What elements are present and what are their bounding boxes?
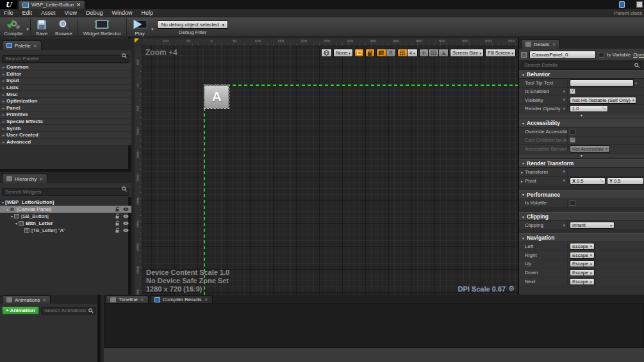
tree-row-bttn-letter[interactable]: ▾ Bttn_Letter (0, 220, 131, 227)
palette-category-misc[interactable]: ▸Misc (0, 91, 131, 98)
visibility-dropdown[interactable]: Not Hit-Testable (Self Only)▾ (570, 97, 636, 104)
nav-left-dropdown[interactable]: Escape▾ (570, 243, 595, 250)
add-animation-button[interactable]: + Animation (2, 306, 39, 315)
section-navigation[interactable]: ▾ Navigation (519, 233, 644, 242)
debug-object-dropdown[interactable]: No debug object selected ▾ (157, 21, 227, 29)
tab-palette[interactable]: Palette ✕ (2, 40, 42, 50)
palette-category-user-created[interactable]: ▸User Created (0, 132, 131, 139)
eye-icon[interactable] (123, 206, 129, 212)
eye-icon[interactable] (123, 213, 129, 219)
menu-view[interactable]: View (65, 10, 77, 16)
document-tab[interactable]: WBP_LetterButton ✕ (18, 0, 85, 9)
palette-category-primitive[interactable]: ▸Primitive (0, 111, 131, 119)
tab-details[interactable]: Details ✕ (521, 39, 560, 49)
zoom-to-fit-button[interactable]: ✛ (419, 49, 429, 57)
lock-icon[interactable] (115, 206, 120, 212)
canvas-viewport[interactable]: Zoom +4 None ▾ R 4 (142, 46, 518, 295)
section-accessibility[interactable]: ▾ Accessibility (519, 119, 644, 128)
bind-dropdown-icon[interactable]: ▾ (563, 178, 565, 183)
widget-reflector-button[interactable]: Widget Reflector (79, 17, 125, 37)
browse-button[interactable]: Browse (51, 17, 76, 37)
section-clipping[interactable]: ▾ Clipping (519, 212, 644, 221)
palette-category-input[interactable]: ▸Input (0, 78, 131, 85)
compile-options-caret-icon[interactable]: ▾ (26, 27, 29, 32)
tooltip-text-field[interactable] (570, 79, 634, 86)
flip-preview-button[interactable]: ◮ (439, 49, 449, 57)
tab-compiler-results[interactable]: Compiler Results ✕ (150, 295, 213, 303)
preview-flag-dropdown[interactable]: None ▾ (333, 49, 352, 57)
menu-asset[interactable]: Asset (41, 10, 56, 16)
eye-icon[interactable] (123, 220, 129, 226)
respect-locks-toggle[interactable] (365, 49, 375, 57)
hierarchy-search-input[interactable] (2, 188, 129, 196)
open-link[interactable]: Open C (633, 52, 644, 58)
palette-category-panel[interactable]: ▸Panel (0, 105, 131, 112)
palette-category-editor[interactable]: ▸Editor (0, 71, 131, 78)
tree-row-root[interactable]: ▾ [WBP_LetterButton] (0, 199, 131, 206)
eye-icon[interactable] (123, 227, 129, 233)
palette-category-advanced[interactable]: ▸Advanced (0, 139, 131, 146)
grid-snap-toggle[interactable] (397, 49, 408, 57)
close-icon[interactable]: ✕ (76, 3, 81, 7)
menu-edit[interactable]: Edit (22, 10, 33, 16)
lock-icon[interactable] (115, 220, 120, 226)
grid-snap-size-dropdown[interactable]: 4 ▾ (408, 49, 418, 57)
bind-dropdown-icon[interactable]: ▾ (563, 223, 565, 228)
menu-window[interactable]: Window (111, 10, 132, 16)
letter-button-widget[interactable]: A (204, 85, 229, 108)
close-icon[interactable]: ✕ (43, 298, 47, 302)
tab-timeline[interactable]: Timeline ✕ (106, 295, 149, 303)
localization-preview-button[interactable] (321, 49, 332, 57)
layout-transform-toggle[interactable] (376, 49, 386, 57)
nav-up-dropdown[interactable]: Escape▾ (570, 260, 595, 267)
accessibility-expander[interactable]: ▼ (519, 154, 644, 159)
gear-icon[interactable]: ⚙ (508, 284, 515, 293)
bind-caret-icon[interactable]: ▾ (635, 81, 637, 85)
is-variable-checkbox[interactable] (599, 52, 604, 58)
section-behavior[interactable]: ▾ Behavior (519, 70, 644, 79)
tree-row-sb-button[interactable]: ▾ [SB_Button] (0, 213, 131, 220)
preview-background-button[interactable] (429, 49, 439, 57)
close-icon[interactable]: ✕ (140, 297, 144, 302)
is-enabled-checkbox[interactable] (570, 88, 575, 94)
menu-debug[interactable]: Debug (86, 10, 103, 16)
timeline-content[interactable] (104, 303, 644, 348)
palette-category-synth[interactable]: ▸Synth (0, 125, 131, 132)
bind-dropdown-icon[interactable]: ▾ (563, 106, 565, 111)
close-icon[interactable]: ✕ (33, 44, 37, 48)
palette-category-special-effects[interactable]: ▸Special Effects (0, 119, 131, 126)
caret-down-icon[interactable]: ▾ (6, 207, 8, 211)
tab-animations[interactable]: Animations ✕ (2, 295, 51, 304)
close-icon[interactable]: ✕ (39, 177, 43, 181)
fill-screen-dropdown[interactable]: Fill Screen ▾ (485, 49, 516, 57)
menu-file[interactable]: File (4, 10, 13, 16)
caret-down-icon[interactable]: ▾ (11, 214, 13, 218)
is-volatile-checkbox[interactable] (570, 200, 575, 206)
caret-right-icon[interactable]: ▸ (521, 170, 523, 174)
lock-icon[interactable] (115, 227, 120, 233)
caret-right-icon[interactable]: ▸ (521, 179, 523, 183)
nav-right-dropdown[interactable]: Escape▾ (570, 252, 595, 259)
screen-size-dropdown[interactable]: Screen Size ▾ (450, 49, 484, 57)
clipping-dropdown[interactable]: Inherit▾ (570, 222, 615, 229)
palette-search-input[interactable] (2, 55, 129, 63)
play-button[interactable]: Play (128, 17, 151, 37)
close-icon[interactable]: ✕ (204, 297, 208, 302)
tree-row-tb-letter[interactable]: T [TB_Letter] "A" (0, 227, 131, 234)
pivot-y-spinbox[interactable]: Y 0.5 (607, 177, 644, 185)
bind-dropdown-icon[interactable]: ▾ (563, 97, 565, 103)
caret-down-icon[interactable]: ▾ (2, 200, 4, 204)
details-search-input[interactable] (521, 62, 642, 69)
palette-category-common[interactable]: ▸Common (0, 64, 131, 71)
compile-button[interactable]: Compile (0, 17, 26, 37)
nav-down-dropdown[interactable]: Escape▾ (570, 269, 595, 276)
pivot-x-spinbox[interactable]: X 0.5⤡ (570, 177, 606, 185)
show-outlines-toggle[interactable] (354, 49, 364, 57)
palette-category-lists[interactable]: ▸Lists (0, 85, 131, 92)
animations-search-input[interactable] (41, 307, 95, 315)
menu-help[interactable]: Help (141, 10, 153, 16)
render-transform-toggle[interactable]: R (386, 49, 396, 57)
bind-dropdown-icon[interactable]: ▾ (563, 169, 565, 174)
can-children-checkbox[interactable] (570, 137, 575, 143)
save-button[interactable]: Save (32, 17, 51, 37)
